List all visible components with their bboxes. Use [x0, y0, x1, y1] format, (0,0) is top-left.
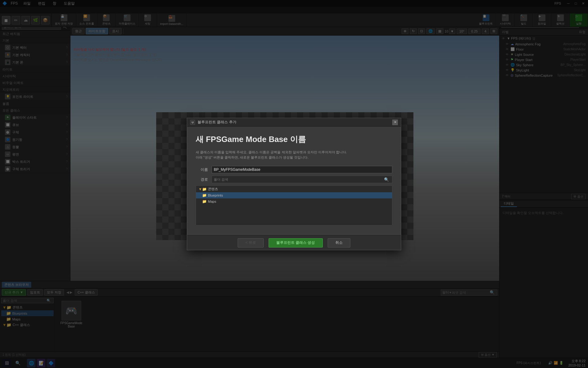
- ftree-label: Maps: [208, 200, 216, 203]
- ftree-maps[interactable]: 📁 Maps: [196, 198, 392, 205]
- ftree-folder-icon: 📁: [202, 199, 207, 204]
- dialog-path-field-row: 경로 🔍: [196, 176, 392, 183]
- dialog-heading: 새 FPSGame Mode Base 이름: [196, 134, 392, 145]
- dialog-titlebar: U 블루프린트 클래스 추가 ✕: [187, 118, 401, 127]
- dialog-create-button[interactable]: 블루프린트 클래스 생성: [269, 238, 323, 247]
- dialog-titlebar-left: U 블루프린트 클래스 추가: [190, 120, 236, 125]
- dialog-description: 새 클래스의 이름을 입력해 주세요. 클래스 이름은 공백을 제외한 알파벳과…: [196, 150, 392, 160]
- dialog-body: 새 FPSGame Mode Base 이름 새 클래스의 이름을 입력해 주세…: [187, 127, 401, 235]
- dialog-back-button[interactable]: < 뒤로: [238, 238, 263, 247]
- dialog-path-label: 경로: [196, 177, 208, 182]
- dialog-name-label: 이름: [196, 167, 208, 172]
- blueprint-dialog: U 블루프린트 클래스 추가 ✕ 새 FPSGame Mode Base 이름 …: [187, 118, 401, 250]
- dialog-path-search: 🔍: [212, 176, 392, 183]
- dialog-name-field-row: 이름: [196, 166, 392, 173]
- dialog-cancel-button[interactable]: 취소: [328, 238, 350, 247]
- ftree-folder-icon: ▼📁: [198, 187, 207, 191]
- ftree-blueprints[interactable]: 📁 Blueprints: [196, 192, 392, 198]
- dialog-path-input[interactable]: [214, 178, 383, 181]
- dialog-file-tree: ▼📁 콘텐츠 📁 Blueprints 📁 Maps: [196, 186, 392, 225]
- ftree-folder-icon: 📁: [202, 193, 207, 197]
- dialog-desc-line2: 아래 "생성" 버튼을 클릭하면, 새로운 블루프린트 클래스가 생성될 것입니…: [196, 155, 392, 160]
- path-search-icon[interactable]: 🔍: [383, 177, 390, 182]
- ftree-root[interactable]: ▼📁 콘텐츠: [196, 186, 392, 192]
- dialog-desc-line1: 새 클래스의 이름을 입력해 주세요. 클래스 이름은 공백을 제외한 알파벳과…: [196, 150, 392, 155]
- dialog-footer: < 뒤로 블루프린트 클래스 생성 취소: [187, 235, 401, 250]
- dialog-overlay: U 블루프린트 클래스 추가 ✕ 새 FPSGame Mode Base 이름 …: [0, 0, 588, 368]
- ftree-label: 콘텐츠: [208, 187, 218, 191]
- dialog-name-input[interactable]: [212, 166, 392, 173]
- dialog-close-button[interactable]: ✕: [392, 120, 398, 125]
- dialog-title-bar-text: 블루프린트 클래스 추가: [198, 120, 236, 125]
- ue-logo: U: [190, 120, 195, 125]
- ftree-label: Blueprints: [208, 194, 223, 197]
